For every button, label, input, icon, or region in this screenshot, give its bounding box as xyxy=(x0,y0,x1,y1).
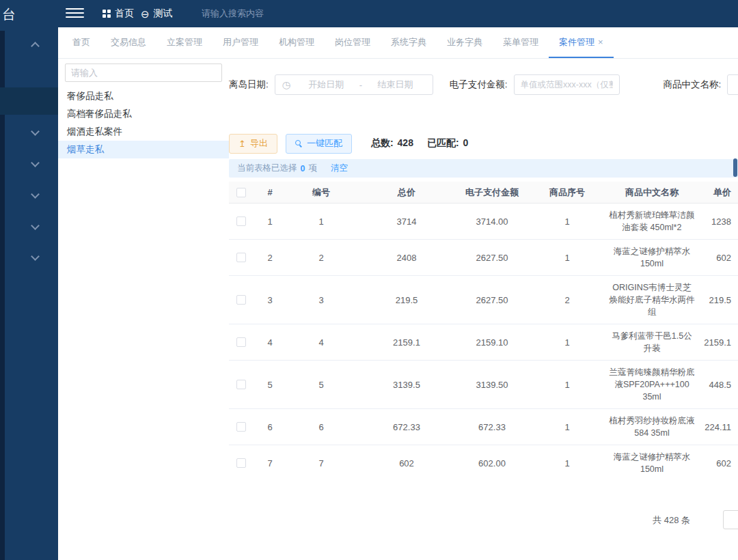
header-checkbox-cell xyxy=(229,188,254,197)
tab-9[interactable]: 案件管理× xyxy=(549,27,614,58)
global-search-input[interactable]: 请输入搜索内容 xyxy=(202,0,311,27)
chevron-down-icon[interactable] xyxy=(31,127,40,136)
cell-code: 6 xyxy=(286,422,356,432)
category-search-input[interactable] xyxy=(65,64,222,82)
cell-code: 5 xyxy=(286,380,356,390)
chevron-down-icon[interactable] xyxy=(31,252,40,261)
row-checkbox-cell xyxy=(229,295,254,305)
results-table: #编号总价电子支付金额商品序号商品中文名称单价 1137143714.001植村… xyxy=(229,182,738,479)
row-checkbox[interactable] xyxy=(236,380,246,389)
chevron-down-icon[interactable] xyxy=(31,190,40,199)
topbar-home-item[interactable]: 首页 xyxy=(102,0,134,27)
rail-active-item[interactable] xyxy=(0,87,58,115)
cell-epay_amount: 602.00 xyxy=(457,458,527,468)
column-header-7: 单价 xyxy=(696,186,738,199)
cell-index: 1 xyxy=(254,216,286,227)
date-range-picker[interactable]: ◷ 开始日期 - 结束日期 xyxy=(275,74,433,95)
date-end-placeholder[interactable]: 结束日期 xyxy=(365,79,426,91)
tab-8[interactable]: 菜单管理 xyxy=(493,27,549,58)
export-label: 导出 xyxy=(250,137,268,150)
sidebar-item-1[interactable]: 高档奢侈品走私 xyxy=(58,105,229,123)
cell-name_cn: 兰蔻菁纯臻颜精华粉底液SPF20PA+++100 35ml xyxy=(607,361,696,408)
tab-3[interactable]: 用户管理 xyxy=(213,27,269,58)
tab-4[interactable]: 机构管理 xyxy=(269,27,325,58)
chevron-up-icon[interactable] xyxy=(31,42,40,51)
sidebar-item-2[interactable]: 烟酒走私案件 xyxy=(58,123,229,141)
row-checkbox[interactable] xyxy=(236,253,246,262)
selection-info-bar: 当前表格已选择 0 项 清空 xyxy=(229,159,738,178)
row-checkbox[interactable] xyxy=(236,216,246,226)
matched-value: 0 xyxy=(463,137,469,150)
tab-7[interactable]: 业务字典 xyxy=(437,27,493,58)
table-row: 553139.53139.501兰蔻菁纯臻颜精华粉底液SPF20PA+++100… xyxy=(229,361,738,409)
clear-selection-link[interactable]: 清空 xyxy=(331,163,348,174)
row-checkbox-cell xyxy=(229,380,254,389)
page-size-select[interactable] xyxy=(723,510,738,529)
date-filter-label: 离岛日期: xyxy=(229,79,269,91)
name-filter-input[interactable] xyxy=(727,74,738,95)
clock-icon: ◷ xyxy=(282,80,290,89)
cell-index: 4 xyxy=(254,337,286,348)
cell-unit_price: 602 xyxy=(696,253,738,263)
match-label: 一键匹配 xyxy=(307,137,342,150)
tab-2[interactable]: 立案管理 xyxy=(156,27,213,58)
cell-index: 3 xyxy=(254,295,286,305)
export-icon: ↥ xyxy=(238,139,246,148)
topbar-home-label: 首页 xyxy=(115,8,134,20)
tab-6[interactable]: 系统字典 xyxy=(381,27,437,58)
amount-filter-label: 电子支付金额: xyxy=(450,79,508,91)
cell-total_price: 2159.1 xyxy=(356,337,457,348)
cell-name_cn: 海蓝之谜修护精萃水 150ml xyxy=(607,240,696,275)
column-header-6: 商品中文名称 xyxy=(607,186,696,199)
row-checkbox[interactable] xyxy=(236,458,246,468)
hamburger-menu-icon[interactable] xyxy=(66,8,84,19)
row-checkbox[interactable] xyxy=(236,337,246,347)
cell-item_seq: 1 xyxy=(527,253,607,263)
cell-item_seq: 1 xyxy=(527,337,607,348)
cell-index: 5 xyxy=(254,380,286,390)
filter-row: 离岛日期: ◷ 开始日期 - 结束日期 电子支付金额: 商品中文名称: xyxy=(229,74,738,96)
category-list: 奢侈品走私高档奢侈品走私烟酒走私案件烟草走私 xyxy=(58,87,229,158)
grid-icon xyxy=(102,10,111,18)
one-click-match-button[interactable]: 一键匹配 xyxy=(286,134,352,154)
scrollbar-thumb[interactable] xyxy=(733,158,737,177)
sidebar-item-0[interactable]: 奢侈品走私 xyxy=(58,87,229,105)
row-checkbox-cell xyxy=(229,422,254,432)
close-icon[interactable]: × xyxy=(598,37,603,47)
export-button[interactable]: ↥ 导出 xyxy=(229,134,277,154)
row-checkbox-cell xyxy=(229,253,254,262)
table-header: #编号总价电子支付金额商品序号商品中文名称单价 xyxy=(229,182,738,204)
table-row: 33219.52627.502ORIGINS韦博士灵芝焕能好底子精华水两件组21… xyxy=(229,276,738,324)
cell-epay_amount: 3714.00 xyxy=(457,216,527,227)
selection-prefix: 当前表格已选择 xyxy=(237,163,297,174)
topbar-test-item[interactable]: ⊖ 测试 xyxy=(141,0,173,27)
row-checkbox[interactable] xyxy=(236,422,246,432)
cell-unit_price: 219.5 xyxy=(696,295,738,305)
amount-filter-input[interactable] xyxy=(514,74,620,95)
row-checkbox[interactable] xyxy=(236,295,246,305)
chevron-down-icon[interactable] xyxy=(31,221,40,230)
tab-1[interactable]: 交易信息 xyxy=(100,27,156,58)
cell-name_cn: 植村秀新琥珀蜂草洁颜油套装 450ml*2 xyxy=(607,204,696,239)
table-row: 1137143714.001植村秀新琥珀蜂草洁颜油套装 450ml*21238 xyxy=(229,204,738,240)
column-header-3: 总价 xyxy=(356,186,457,199)
cell-item_seq: 2 xyxy=(527,295,607,305)
top-navbar: 台 首页 ⊖ 测试 请输入搜索内容 xyxy=(0,0,738,27)
cell-code: 4 xyxy=(286,337,356,348)
cell-unit_price: 2159.1 xyxy=(696,337,738,348)
cell-code: 1 xyxy=(286,216,356,227)
cell-name_cn: ORIGINS韦博士灵芝焕能好底子精华水两件组 xyxy=(607,276,696,324)
cell-unit_price: 448.5 xyxy=(696,380,738,390)
chevron-down-icon[interactable] xyxy=(31,158,40,167)
cell-epay_amount: 2627.50 xyxy=(457,295,527,305)
circle-minus-icon: ⊖ xyxy=(141,9,150,19)
tab-5[interactable]: 岗位管理 xyxy=(325,27,381,58)
row-checkbox-cell xyxy=(229,216,254,226)
cell-unit_price: 602 xyxy=(696,458,738,468)
date-start-placeholder[interactable]: 开始日期 xyxy=(296,79,357,91)
tab-0[interactable]: 首页 xyxy=(62,27,100,58)
sidebar-item-3[interactable]: 烟草走私 xyxy=(58,141,229,158)
select-all-checkbox[interactable] xyxy=(236,188,246,197)
row-checkbox-cell xyxy=(229,458,254,468)
date-range-separator: - xyxy=(357,80,365,90)
